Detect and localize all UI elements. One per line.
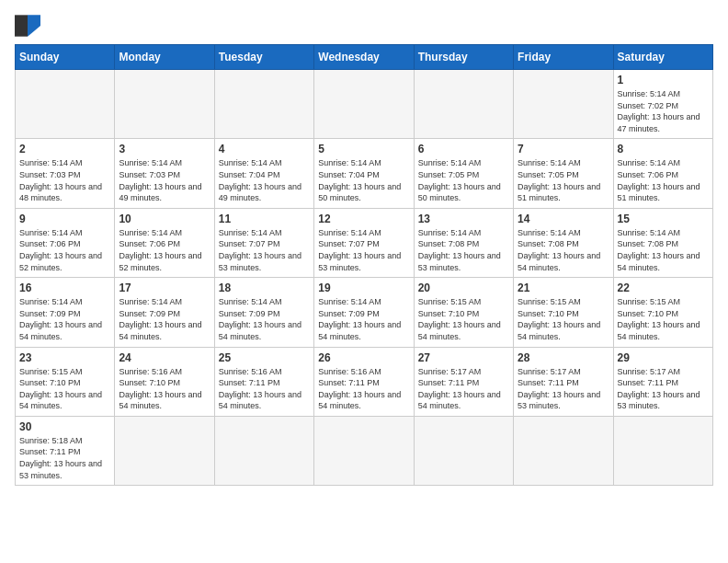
day-info: Sunrise: 5:16 AM Sunset: 7:11 PM Dayligh… [219,366,310,412]
day-number: 24 [119,351,210,364]
calendar-row: 9Sunrise: 5:14 AM Sunset: 7:06 PM Daylig… [16,208,713,277]
day-info: Sunrise: 5:17 AM Sunset: 7:11 PM Dayligh… [418,366,509,412]
day-info: Sunrise: 5:14 AM Sunset: 7:09 PM Dayligh… [119,296,210,342]
calendar-cell: 17Sunrise: 5:14 AM Sunset: 7:09 PM Dayli… [115,278,214,347]
calendar-cell: 29Sunrise: 5:17 AM Sunset: 7:11 PM Dayli… [613,347,712,416]
weekday-header-sunday: Sunday [16,45,115,70]
day-info: Sunrise: 5:14 AM Sunset: 7:09 PM Dayligh… [318,296,409,342]
calendar-cell: 1Sunrise: 5:14 AM Sunset: 7:02 PM Daylig… [613,70,712,139]
calendar-cell: 7Sunrise: 5:14 AM Sunset: 7:05 PM Daylig… [514,139,613,208]
day-info: Sunrise: 5:15 AM Sunset: 7:10 PM Dayligh… [418,296,509,342]
day-info: Sunrise: 5:14 AM Sunset: 7:08 PM Dayligh… [518,227,609,273]
day-info: Sunrise: 5:14 AM Sunset: 7:08 PM Dayligh… [418,227,509,273]
calendar-cell: 11Sunrise: 5:14 AM Sunset: 7:07 PM Dayli… [214,208,313,277]
day-number: 7 [518,143,609,155]
calendar-cell: 30Sunrise: 5:18 AM Sunset: 7:11 PM Dayli… [16,416,115,485]
day-info: Sunrise: 5:14 AM Sunset: 7:07 PM Dayligh… [219,227,310,273]
calendar-cell [414,416,513,485]
calendar-cell [613,416,712,485]
calendar-row: 23Sunrise: 5:15 AM Sunset: 7:10 PM Dayli… [16,347,713,416]
calendar-row: 16Sunrise: 5:14 AM Sunset: 7:09 PM Dayli… [16,278,713,347]
calendar-cell: 27Sunrise: 5:17 AM Sunset: 7:11 PM Dayli… [414,347,513,416]
day-number: 29 [618,351,709,364]
weekday-header-monday: Monday [115,45,214,70]
calendar-row: 1Sunrise: 5:14 AM Sunset: 7:02 PM Daylig… [16,70,713,139]
page-header [15,15,713,37]
logo [15,15,44,37]
generalblue-logo-icon [15,15,40,37]
day-number: 20 [418,282,509,294]
day-number: 30 [19,420,110,433]
day-info: Sunrise: 5:14 AM Sunset: 7:08 PM Dayligh… [618,227,709,273]
calendar-cell: 18Sunrise: 5:14 AM Sunset: 7:09 PM Dayli… [214,278,313,347]
calendar-cell: 4Sunrise: 5:14 AM Sunset: 7:04 PM Daylig… [214,139,313,208]
day-number: 9 [19,213,110,225]
day-number: 15 [618,213,709,225]
calendar-cell: 5Sunrise: 5:14 AM Sunset: 7:04 PM Daylig… [314,139,414,208]
calendar-cell: 16Sunrise: 5:14 AM Sunset: 7:09 PM Dayli… [16,278,115,347]
calendar-cell: 14Sunrise: 5:14 AM Sunset: 7:08 PM Dayli… [514,208,613,277]
calendar-cell: 21Sunrise: 5:15 AM Sunset: 7:10 PM Dayli… [514,278,613,347]
day-number: 3 [119,143,210,155]
day-info: Sunrise: 5:16 AM Sunset: 7:11 PM Dayligh… [318,366,409,412]
calendar-cell: 28Sunrise: 5:17 AM Sunset: 7:11 PM Dayli… [514,347,613,416]
day-number: 12 [318,213,409,225]
day-number: 25 [219,351,310,364]
day-number: 14 [518,213,609,225]
day-number: 19 [318,282,409,294]
day-number: 6 [418,143,509,155]
calendar-cell: 6Sunrise: 5:14 AM Sunset: 7:05 PM Daylig… [414,139,513,208]
calendar-cell [314,416,414,485]
day-info: Sunrise: 5:14 AM Sunset: 7:04 PM Dayligh… [219,157,310,203]
calendar-row: 2Sunrise: 5:14 AM Sunset: 7:03 PM Daylig… [16,139,713,208]
calendar-table: SundayMondayTuesdayWednesdayThursdayFrid… [15,44,713,486]
calendar-cell [414,70,513,139]
calendar-cell: 19Sunrise: 5:14 AM Sunset: 7:09 PM Dayli… [314,278,414,347]
calendar-cell: 8Sunrise: 5:14 AM Sunset: 7:06 PM Daylig… [613,139,712,208]
calendar-cell: 23Sunrise: 5:15 AM Sunset: 7:10 PM Dayli… [16,347,115,416]
day-info: Sunrise: 5:14 AM Sunset: 7:05 PM Dayligh… [418,157,509,203]
day-info: Sunrise: 5:14 AM Sunset: 7:03 PM Dayligh… [119,157,210,203]
calendar-cell: 26Sunrise: 5:16 AM Sunset: 7:11 PM Dayli… [314,347,414,416]
day-number: 5 [318,143,409,155]
day-number: 16 [19,282,110,294]
calendar-cell: 20Sunrise: 5:15 AM Sunset: 7:10 PM Dayli… [414,278,513,347]
weekday-header-friday: Friday [514,45,613,70]
day-number: 28 [518,351,609,364]
day-info: Sunrise: 5:14 AM Sunset: 7:04 PM Dayligh… [318,157,409,203]
day-number: 1 [618,74,709,86]
calendar-row: 30Sunrise: 5:18 AM Sunset: 7:11 PM Dayli… [16,416,713,485]
day-info: Sunrise: 5:15 AM Sunset: 7:10 PM Dayligh… [618,296,709,342]
day-number: 10 [119,213,210,225]
calendar-cell [115,416,214,485]
calendar-cell: 9Sunrise: 5:14 AM Sunset: 7:06 PM Daylig… [16,208,115,277]
day-info: Sunrise: 5:14 AM Sunset: 7:05 PM Dayligh… [518,157,609,203]
weekday-header-saturday: Saturday [613,45,712,70]
day-info: Sunrise: 5:15 AM Sunset: 7:10 PM Dayligh… [19,366,110,412]
calendar-cell: 10Sunrise: 5:14 AM Sunset: 7:06 PM Dayli… [115,208,214,277]
day-info: Sunrise: 5:17 AM Sunset: 7:11 PM Dayligh… [518,366,609,412]
day-info: Sunrise: 5:14 AM Sunset: 7:07 PM Dayligh… [318,227,409,273]
day-info: Sunrise: 5:17 AM Sunset: 7:11 PM Dayligh… [618,366,709,412]
calendar-cell: 24Sunrise: 5:16 AM Sunset: 7:10 PM Dayli… [115,347,214,416]
calendar-cell: 2Sunrise: 5:14 AM Sunset: 7:03 PM Daylig… [16,139,115,208]
calendar-cell [214,70,313,139]
day-number: 8 [618,143,709,155]
day-info: Sunrise: 5:14 AM Sunset: 7:06 PM Dayligh… [618,157,709,203]
day-number: 18 [219,282,310,294]
calendar-cell [514,70,613,139]
svg-marker-1 [28,15,40,36]
calendar-cell: 12Sunrise: 5:14 AM Sunset: 7:07 PM Dayli… [314,208,414,277]
calendar-cell [514,416,613,485]
calendar-cell: 15Sunrise: 5:14 AM Sunset: 7:08 PM Dayli… [613,208,712,277]
calendar-cell [115,70,214,139]
day-number: 22 [618,282,709,294]
calendar-cell: 22Sunrise: 5:15 AM Sunset: 7:10 PM Dayli… [613,278,712,347]
calendar-cell [314,70,414,139]
day-number: 13 [418,213,509,225]
day-number: 23 [19,351,110,364]
day-number: 11 [219,213,310,225]
day-info: Sunrise: 5:14 AM Sunset: 7:06 PM Dayligh… [119,227,210,273]
day-number: 26 [318,351,409,364]
day-info: Sunrise: 5:15 AM Sunset: 7:10 PM Dayligh… [518,296,609,342]
